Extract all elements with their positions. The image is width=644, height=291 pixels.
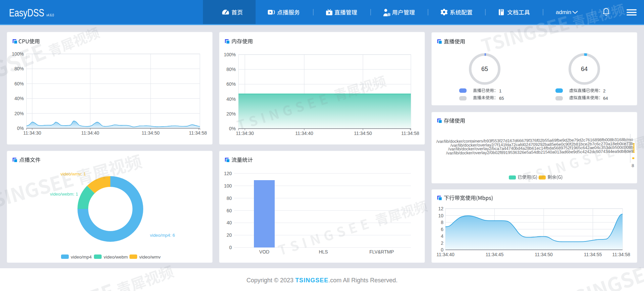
svg-text:11:34:55: 11:34:55	[584, 252, 602, 257]
svg-text:64: 64	[581, 66, 588, 72]
svg-text:8: 8	[441, 220, 443, 225]
svg-text:20: 20	[226, 232, 232, 238]
svg-text:40%: 40%	[226, 96, 236, 102]
svg-text:65: 65	[499, 96, 504, 101]
svg-text:40: 40	[226, 220, 232, 225]
svg-text:0%: 0%	[229, 126, 236, 131]
svg-text:11:34:50: 11:34:50	[535, 252, 553, 257]
svg-text:120: 120	[224, 171, 232, 176]
svg-text:2: 2	[441, 240, 443, 246]
svg-text:6: 6	[441, 227, 443, 232]
svg-text:20%: 20%	[226, 111, 236, 117]
svg-text:video/mp4: 6: video/mp4: 6	[150, 233, 175, 238]
svg-text:12: 12	[438, 206, 443, 211]
svg-text:10: 10	[438, 213, 443, 218]
svg-text:11:34:58: 11:34:58	[401, 131, 419, 136]
svg-text:11:34:45: 11:34:45	[486, 252, 504, 257]
svg-text:64: 64	[603, 96, 608, 101]
svg-text:100%: 100%	[12, 51, 24, 57]
svg-text:60%: 60%	[226, 81, 236, 87]
svg-text:11:34:50: 11:34:50	[142, 130, 160, 136]
svg-text:65: 65	[481, 66, 488, 72]
svg-text:11:34:58: 11:34:58	[612, 252, 630, 257]
svg-text:100%: 100%	[224, 52, 236, 57]
svg-text:11:34:58: 11:34:58	[189, 130, 207, 136]
svg-text:80: 80	[226, 196, 232, 201]
svg-text:HLS: HLS	[319, 249, 328, 254]
svg-text:8: 8	[632, 163, 634, 168]
svg-text:video/webm: video/webm	[104, 254, 128, 260]
svg-text:40%: 40%	[14, 96, 24, 101]
svg-text:100: 100	[224, 183, 232, 189]
svg-text:11:34:40: 11:34:40	[436, 252, 454, 257]
svg-text:VOD: VOD	[259, 249, 269, 254]
svg-text:80%: 80%	[226, 67, 236, 72]
svg-text:video/wmv: 1: video/wmv: 1	[60, 171, 86, 176]
svg-text:video/webm: 1: video/webm: 1	[50, 192, 78, 197]
svg-text:2: 2	[603, 88, 605, 93]
svg-text:video/mp4: video/mp4	[71, 254, 92, 260]
svg-text:80%: 80%	[14, 66, 24, 71]
svg-text:4: 4	[441, 233, 443, 239]
svg-text:11:34:30: 11:34:30	[236, 131, 254, 136]
svg-text:0%: 0%	[17, 126, 24, 131]
svg-text:11:34:40: 11:34:40	[81, 130, 99, 136]
svg-text:video/wmv: video/wmv	[139, 254, 161, 260]
svg-text:20%: 20%	[14, 111, 24, 116]
svg-text:11:34:40: 11:34:40	[295, 131, 313, 136]
svg-text:FLV&RTMP: FLV&RTMP	[369, 249, 394, 254]
svg-text:11:34:50: 11:34:50	[354, 131, 372, 136]
svg-text:11:34:30: 11:34:30	[23, 130, 41, 136]
svg-text:1: 1	[499, 88, 501, 93]
svg-text:60: 60	[226, 208, 232, 213]
svg-text:0: 0	[229, 245, 232, 250]
svg-text:60%: 60%	[14, 81, 24, 86]
